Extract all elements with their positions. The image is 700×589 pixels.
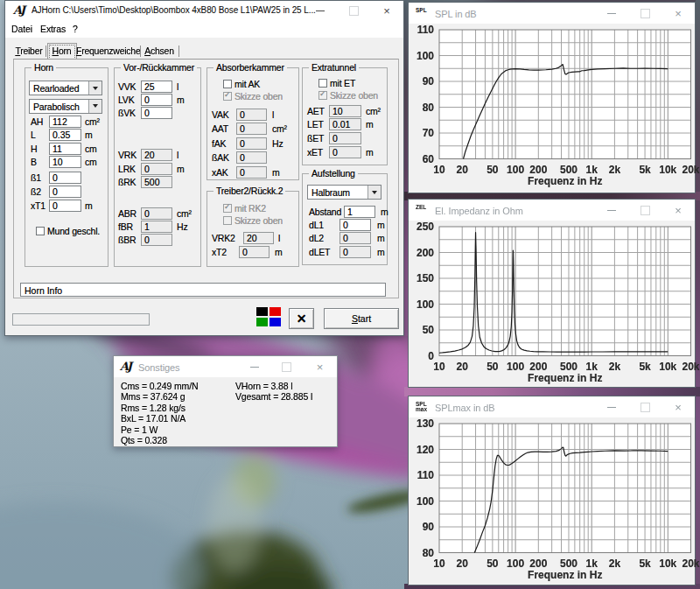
field-et-xET[interactable]: 0 [329, 146, 361, 158]
x-tick-label: 20k [682, 164, 699, 176]
check-icon: ✓ [224, 202, 231, 211]
menu-item-datei[interactable]: Datei [11, 24, 32, 34]
minimize-button[interactable] [238, 356, 270, 377]
y-tick-label: 80 [423, 102, 435, 114]
field-ak-ßAK[interactable]: 0 [236, 151, 267, 164]
checkbox-ak-0[interactable]: mit AK [223, 80, 302, 89]
menu-item-extras[interactable]: Extras [40, 24, 66, 34]
close-button[interactable]: × [370, 1, 403, 20]
y-tick-label: 110 [417, 24, 435, 36]
x-tick-label: 1k [586, 361, 598, 373]
tab-achsen[interactable]: Achsen [141, 44, 178, 60]
field-auf-Abstand[interactable]: 1 [344, 206, 375, 218]
field-horn-AH[interactable]: 112 [49, 116, 81, 128]
field-et-AET-unit: cm² [366, 106, 381, 116]
field-ak-fAK[interactable]: 0 [236, 137, 267, 150]
minimize-icon [607, 210, 616, 211]
field-vrk-VVK[interactable]: 25 [141, 81, 172, 93]
field-horn-L[interactable]: 0.35 [49, 129, 81, 141]
field-et-LET[interactable]: 0.01 [329, 118, 361, 130]
close-button[interactable]: × [662, 396, 695, 417]
field-vrk-ABR[interactable]: 0 [141, 207, 172, 220]
tab-frequenzweiche[interactable]: Frequenzweiche [76, 44, 139, 60]
chart-titlebar-2[interactable]: SPL maxSPLmax in dB× [409, 396, 695, 417]
field-vrk-ßVK[interactable]: 0 [141, 107, 172, 119]
progress-bar [12, 313, 150, 326]
field-vrk-ßRK[interactable]: 500 [141, 176, 172, 188]
field-horn-B[interactable]: 10 [49, 156, 81, 168]
field-ak-VAK[interactable]: 0 [236, 109, 267, 121]
field-horn-ß2[interactable]: 0 [49, 186, 81, 198]
field-t2-xT2[interactable]: 0 [239, 246, 270, 258]
x-tick-label: 200 [529, 361, 547, 373]
checkbox-ak-1[interactable]: ✓Skizze oben [223, 92, 302, 102]
y-tick-label: 80 [423, 547, 435, 559]
chart-titlebar-1[interactable]: ZELEl. Impedanz in Ohm× [409, 200, 695, 221]
close-button[interactable]: × [303, 356, 337, 377]
field-vrk-fBR[interactable]: 1 [141, 221, 172, 233]
sonstiges-titlebar[interactable]: AJ Sonstiges × [114, 356, 337, 377]
minimize-button[interactable] [304, 1, 337, 20]
close-icon: × [675, 402, 682, 413]
close-button[interactable]: × [662, 3, 695, 24]
horn-info-field[interactable] [20, 283, 386, 297]
field-ak-VAK-label: VAK [212, 109, 229, 120]
checkbox-t2-0[interactable]: ✓mit RK2 [223, 204, 302, 214]
field-vrk-LRK[interactable]: 0 [141, 163, 172, 175]
field-auf-dLET[interactable]: 0 [340, 246, 371, 258]
field-auf-dL2[interactable]: 0 [340, 232, 371, 244]
caption-buttons: × [304, 1, 403, 20]
y-tick-label: 70 [423, 127, 435, 139]
y-tick-label: 150 [416, 272, 434, 284]
field-horn-B-label: B [31, 157, 37, 167]
chart-titlebar-0[interactable]: SPLSPL in dB× [409, 3, 695, 24]
combo-horn-0[interactable]: Rearloaded [29, 81, 102, 95]
field-et-AET[interactable]: 10 [329, 105, 361, 117]
start-button[interactable]: Start [324, 308, 399, 329]
field-horn-H[interactable]: 11 [49, 143, 81, 155]
caption-buttons: × [595, 396, 695, 417]
maximize-button[interactable] [337, 1, 370, 20]
maximize-button[interactable] [628, 396, 662, 417]
minimize-button[interactable] [595, 200, 628, 221]
field-vrk-LVK[interactable]: 0 [141, 94, 172, 106]
chart-client-0: 607080901001101020501002005001k2k5k10k20… [409, 24, 695, 193]
field-et-ßET[interactable]: 0 [329, 132, 361, 144]
checkbox-t2-1[interactable]: Skizze oben [223, 216, 302, 226]
field-vrk-ßBR[interactable]: 0 [141, 234, 172, 246]
x-tick-label: 500 [560, 164, 578, 176]
start-accelerator-underline: S [352, 313, 358, 324]
combo-dropdown-button[interactable] [88, 100, 102, 113]
field-vrk-VRK[interactable]: 20 [141, 149, 172, 161]
maximize-button[interactable] [628, 200, 662, 221]
tab-treiber[interactable]: Treiber [13, 44, 45, 60]
cancel-button[interactable]: ✕ [289, 308, 314, 329]
field-t2-VRK2[interactable]: 20 [243, 232, 274, 244]
checkbox-et-1[interactable]: ✓Skizze oben [318, 91, 397, 101]
field-ak-xAK[interactable]: 0 [236, 166, 267, 179]
field-vrk-ßBR-label: ßBR [118, 235, 136, 245]
checkbox-horn-0[interactable]: Mund geschl. [36, 227, 115, 236]
maximize-button[interactable] [270, 356, 303, 377]
main-titlebar[interactable]: AJ AJHorn C:\Users\Timo\Desktop\Boombox … [5, 1, 403, 20]
y-tick-label: 100 [416, 50, 434, 62]
x-tick-label: 100 [507, 557, 524, 570]
x-tick-label: 5k [639, 557, 651, 570]
checkbox-et-0[interactable]: mit ET [318, 79, 397, 88]
minimize-button[interactable] [595, 3, 628, 24]
chevron-down-icon [372, 191, 377, 194]
x-axis-title: Frequenz in Hz [528, 569, 602, 581]
field-horn-ß1[interactable]: 0 [49, 172, 81, 184]
combo-dropdown-button[interactable] [368, 186, 381, 199]
menu-item-[interactable]: ? [73, 24, 78, 34]
field-ak-AAT[interactable]: 0 [236, 123, 267, 135]
combo-dropdown-button[interactable] [88, 81, 102, 95]
field-auf-dL1[interactable]: 0 [340, 219, 371, 231]
combo-auf-0[interactable]: Halbraum [307, 185, 382, 200]
close-button[interactable]: × [662, 200, 695, 221]
field-horn-xT1[interactable]: 0 [49, 200, 81, 212]
maximize-button[interactable] [628, 3, 662, 24]
combo-horn-1[interactable]: Parabolisch [29, 99, 102, 114]
minimize-button[interactable] [595, 396, 628, 417]
combo-auf-0-value: Halbraum [312, 187, 350, 198]
